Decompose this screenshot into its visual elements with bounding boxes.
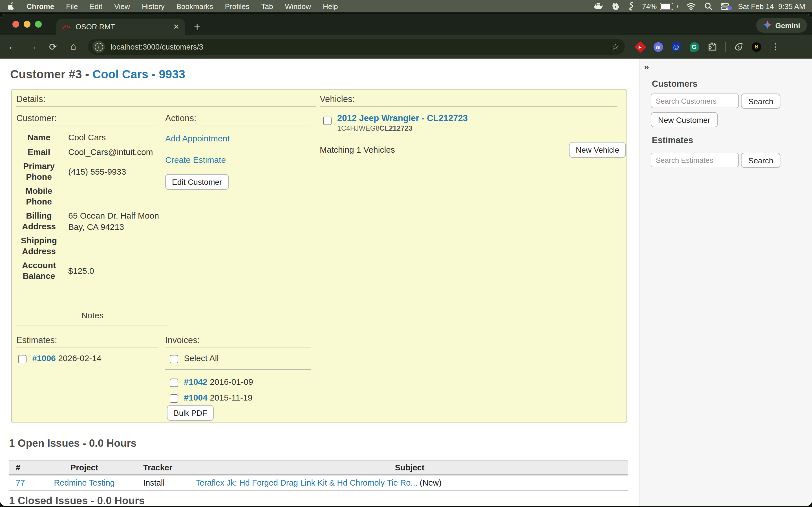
browser-menu-icon[interactable]: ⋮ — [771, 42, 780, 52]
issues-table: # Project Tracker Subject 77 Redmine Tes… — [9, 460, 628, 491]
search-estimates-input[interactable] — [651, 153, 739, 167]
vehicle-link[interactable]: 2012 Jeep Wrangler - CL212723 — [337, 113, 468, 123]
address-bar[interactable]: i localhost:3000/customers/3 ☆ — [88, 39, 625, 55]
search-customers-input[interactable] — [651, 94, 739, 108]
bulk-pdf-button[interactable]: Bulk PDF — [167, 405, 214, 421]
gemini-icon — [763, 20, 772, 31]
menu-bookmarks[interactable]: Bookmarks — [176, 2, 213, 10]
field-row-primary-phone: Primary Phone (415) 555-9933 — [16, 159, 180, 184]
macos-menubar: Chrome File Edit View History Bookmarks … — [0, 0, 812, 12]
sidebar-estimates-heading: Estimates — [652, 135, 693, 145]
customer-name-link[interactable]: Cool Cars - 9933 — [93, 68, 185, 80]
menu-edit[interactable]: Edit — [90, 2, 102, 10]
reload-icon[interactable]: ⟳ — [43, 41, 63, 53]
field-label: Mobile Phone — [16, 186, 61, 207]
extensions-row: ▸ ≋ @ G B ⋮ — [635, 42, 785, 52]
select-all-checkbox[interactable] — [170, 355, 178, 363]
create-estimate-link[interactable]: Create Estimate — [165, 155, 226, 165]
battery-indicator[interactable]: 74% — [642, 2, 677, 10]
invoice-link[interactable]: #1042 — [184, 377, 207, 386]
browser-toolbar: ← → ⟳ ⌂ i localhost:3000/customers/3 ☆ ▸… — [0, 35, 812, 59]
menubar-app-icon-snake[interactable] — [628, 2, 633, 11]
customer-details-panel: Details: Customer: Name Cool Cars Email … — [11, 89, 627, 423]
control-center-icon[interactable] — [720, 3, 729, 10]
apple-icon[interactable] — [8, 2, 15, 10]
menu-view[interactable]: View — [114, 2, 130, 10]
leaf-energy-icon[interactable] — [733, 42, 744, 52]
profile-avatar[interactable]: B — [752, 42, 761, 52]
select-all-label: Select All — [184, 353, 218, 363]
menubar-status: 74% Sat Feb 14 9:35 AM — [594, 2, 812, 11]
bookmark-star-icon[interactable]: ☆ — [612, 42, 619, 52]
vehicle-checkbox[interactable] — [323, 117, 332, 125]
estimate-checkbox[interactable] — [18, 355, 27, 363]
back-icon[interactable]: ← — [2, 41, 22, 52]
field-row-billing-address: Billing Address 65 Ocean Dr. Half Moon B… — [16, 209, 180, 234]
menu-help[interactable]: Help — [323, 2, 338, 10]
grammarly-ext-icon[interactable]: G — [689, 42, 699, 52]
main-area: Customer #3 - Cool Cars - 9933 Details: … — [0, 59, 639, 506]
field-row-account-balance: Account Balance $125.0 — [16, 259, 180, 283]
issue-subject-link[interactable]: Teraflex Jk: Hd Forged Drag Link Kit & H… — [196, 478, 417, 487]
invoice-link[interactable]: #1004 — [184, 393, 207, 402]
menu-window[interactable]: Window — [285, 2, 311, 10]
close-window-button[interactable] — [12, 21, 19, 27]
col-header-project: Project — [41, 460, 128, 475]
menu-history[interactable]: History — [142, 2, 165, 10]
menu-chrome[interactable]: Chrome — [27, 2, 54, 10]
menu-file[interactable]: File — [66, 2, 78, 10]
vehicle-vin: 1C4HJWEG8CL212723 — [337, 124, 468, 132]
edit-customer-button[interactable]: Edit Customer — [165, 174, 229, 190]
menubar-clock[interactable]: Sat Feb 14 9:35 AM — [738, 2, 805, 10]
forward-icon[interactable]: → — [22, 41, 43, 52]
issue-project-link[interactable]: Redmine Testing — [54, 478, 115, 487]
blue-at-lock-ext-icon[interactable]: @ — [671, 42, 681, 52]
customer-section-title: Customer: — [16, 113, 157, 126]
field-value: $125.0 — [61, 265, 174, 277]
add-appointment-link[interactable]: Add Appointment — [165, 133, 230, 143]
wifi-icon[interactable] — [686, 3, 696, 10]
field-row-mobile-phone: Mobile Phone — [16, 184, 180, 209]
red-diamond-ext-icon[interactable]: ▸ — [635, 42, 645, 52]
new-tab-icon[interactable]: + — [194, 18, 200, 35]
closed-issues-heading: 1 Closed Issues - 0.0 Hours — [9, 495, 145, 506]
col-header-id: # — [9, 460, 41, 475]
new-vehicle-button[interactable]: New Vehicle — [569, 142, 626, 158]
details-section-title: Details: — [16, 94, 316, 107]
purple-circle-ext-icon[interactable]: ≋ — [653, 42, 663, 52]
browser-window: OSOR RMT ✕ + Gemini ← → ⟳ ⌂ i localhost:… — [0, 14, 812, 506]
estimate-date: 2026-02-14 — [58, 353, 101, 363]
new-customer-button[interactable]: New Customer — [651, 112, 718, 127]
search-estimates-button[interactable]: Search — [741, 153, 781, 168]
battery-percent-label: 74% — [642, 2, 657, 10]
matching-vehicles-text: Matching 1 Vehicles — [320, 145, 395, 154]
url-text[interactable]: localhost:3000/customers/3 — [110, 43, 612, 51]
zoom-window-button[interactable] — [35, 21, 42, 27]
issue-id-link[interactable]: 77 — [16, 478, 25, 487]
collapse-sidebar-icon[interactable]: » — [644, 62, 649, 72]
docker-icon[interactable] — [594, 2, 603, 10]
estimate-link[interactable]: #1006 — [32, 353, 56, 363]
invoices-divider — [165, 369, 311, 370]
right-sidebar: » Customers Search New Customer Estimate… — [639, 59, 812, 506]
spotlight-search-icon[interactable] — [704, 2, 712, 10]
menubar-app-icon-fox[interactable] — [612, 2, 620, 10]
col-header-subject: Subject — [191, 460, 628, 475]
tab-strip: OSOR RMT ✕ + Gemini — [0, 14, 812, 35]
minimize-window-button[interactable] — [24, 21, 31, 27]
tab-close-icon[interactable]: ✕ — [173, 22, 179, 31]
menubar-time: 9:35 AM — [778, 2, 805, 10]
issue-row: 77 Redmine Testing Install Teraflex Jk: … — [9, 475, 628, 490]
field-label: Billing Address — [16, 211, 61, 232]
menu-tab[interactable]: Tab — [261, 2, 273, 10]
search-customers-button[interactable]: Search — [741, 94, 781, 109]
home-icon[interactable]: ⌂ — [63, 41, 84, 52]
customer-fields: Name Cool Cars Email Cool_Cars@intuit.co… — [16, 130, 180, 283]
invoice-checkbox[interactable] — [170, 394, 178, 402]
menu-profiles[interactable]: Profiles — [225, 2, 250, 10]
site-info-icon[interactable]: i — [93, 41, 105, 53]
invoice-checkbox[interactable] — [170, 378, 178, 387]
puzzle-extensions-icon[interactable] — [707, 42, 717, 52]
browser-tab[interactable]: OSOR RMT ✕ — [56, 18, 185, 35]
gemini-button[interactable]: Gemini — [756, 18, 807, 33]
